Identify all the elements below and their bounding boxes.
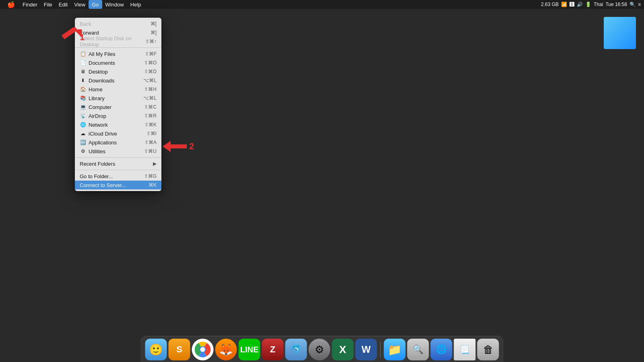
edit-menu[interactable]: Edit — [56, 0, 71, 9]
menu-item-all-my-files[interactable]: 📋 All My Files ⇧⌘F — [75, 49, 161, 58]
menu-item-icloud-drive[interactable]: ☁ iCloud Drive ⇧⌘I — [75, 129, 161, 138]
menu-item-documents-label: Documents — [89, 60, 144, 66]
menu-item-applications[interactable]: 🔤 Applications ⇧⌘A — [75, 138, 161, 147]
dock-item-firefox[interactable]: 🦊 — [215, 339, 237, 360]
menu-item-documents-shortcut: ⇧⌘O — [144, 60, 157, 66]
menu-item-startup-shortcut: ⇧⌘↑ — [145, 39, 157, 44]
menu-item-applications-shortcut: ⇧⌘A — [144, 140, 157, 145]
window-menu[interactable]: Window — [102, 0, 127, 9]
dock-item-sequelpro[interactable]: 🐬 — [285, 339, 307, 360]
menu-item-library[interactable]: 📚 Library ⌥⌘L — [75, 94, 161, 103]
menu-item-desktop-shortcut: ⇧⌘D — [144, 69, 157, 74]
dock-item-excel[interactable]: X — [332, 339, 354, 360]
dock-item-trash[interactable]: 🗑 — [477, 339, 499, 360]
menu-item-forward-shortcut: ⌘] — [151, 30, 157, 35]
battery-icon: 🔋 — [585, 2, 591, 7]
go-menu: Back ⌘[ Forward ⌘] Select Startup Disk o… — [75, 18, 161, 191]
filezilla-icon: Z — [270, 344, 275, 355]
apple-menu[interactable]: 🍎 — [3, 0, 19, 9]
dock-item-docs[interactable]: 📃 — [454, 339, 476, 360]
docs-icon: 📃 — [460, 345, 470, 354]
documents-icon: 📄 — [80, 60, 86, 66]
menu-item-airdrop-shortcut: ⇧⌘R — [144, 113, 157, 119]
svg-marker-2 — [163, 141, 171, 152]
menu-item-startup[interactable]: Select Startup Disk on Desktop ⇧⌘↑ — [75, 37, 161, 46]
dock: 🙂 S 🦊 LINE — [141, 336, 504, 362]
menu-item-desktop[interactable]: 🖥 Desktop ⇧⌘D — [75, 67, 161, 76]
menu-item-connect-to-server-label: Connect to Server... — [80, 182, 149, 188]
menu-item-downloads-shortcut: ⌥⌘L — [143, 78, 157, 83]
menu-item-computer-label: Computer — [89, 104, 144, 110]
dock-item-preview[interactable]: 🔍 — [407, 339, 429, 360]
preview-icon: 🔍 — [413, 344, 423, 355]
menu-item-home-label: Home — [89, 86, 144, 93]
menu-item-home[interactable]: 🏠 Home ⇧⌘H — [75, 85, 161, 94]
dock-divider — [380, 341, 381, 358]
menu-item-utilities[interactable]: ⚙ Utilities ⇧⌘U — [75, 147, 161, 156]
downloads-icon: ⬇ — [80, 77, 86, 84]
slides-icon: S — [176, 344, 182, 355]
menu-item-icloud-drive-shortcut: ⇧⌘I — [147, 131, 157, 136]
help-menu[interactable]: Help — [127, 0, 144, 9]
sequelpro-icon: 🐬 — [291, 344, 301, 355]
dock-item-sysprefs[interactable]: ⚙ — [309, 339, 330, 360]
menubar-right: 2.63 GB 📶 🅱 🔊 🔋 Thai Tue 16:58 🔍 ≡ — [541, 2, 641, 7]
view-menu[interactable]: View — [71, 0, 89, 9]
menu-item-library-shortcut: ⌥⌘L — [143, 95, 157, 101]
menu-item-downloads[interactable]: ⬇ Downloads ⌥⌘L — [75, 76, 161, 85]
desktop-icon-menu: 🖥 — [80, 68, 86, 75]
menu-item-recent-folders-arrow: ▶ — [153, 161, 157, 167]
menu-item-computer-shortcut: ⇧⌘C — [144, 104, 157, 110]
annotation-2: 2 — [163, 141, 194, 152]
menu-item-applications-label: Applications — [89, 140, 144, 146]
menu-item-airdrop[interactable]: 📡 AirDrop ⇧⌘R — [75, 111, 161, 120]
menubar: 🍎 Finder File Edit View Go Window Help 2… — [0, 0, 644, 9]
dock-item-word[interactable]: W — [355, 339, 377, 360]
go-menu-trigger[interactable]: Go — [89, 0, 102, 9]
menu-item-recent-folders-label: Recent Folders — [80, 161, 153, 167]
menu-item-recent-folders[interactable]: Recent Folders ▶ — [75, 159, 161, 168]
library-icon: 📚 — [80, 95, 86, 101]
dock-item-chrome2[interactable]: 🌐 — [431, 339, 452, 360]
network-icon: 🌐 — [80, 121, 86, 128]
menu-item-startup-label: Select Startup Disk on Desktop — [80, 35, 145, 47]
finder-menu[interactable]: Finder — [19, 0, 41, 9]
word-icon: W — [361, 344, 371, 355]
svg-point-6 — [200, 347, 205, 352]
folder1-icon: 📁 — [388, 343, 402, 356]
computer-icon: 💻 — [80, 104, 86, 110]
menu-item-back[interactable]: Back ⌘[ — [75, 19, 161, 28]
dock-item-folder1[interactable]: 📁 — [384, 339, 406, 360]
dock-item-chrome[interactable] — [192, 339, 214, 360]
dock-item-filezilla[interactable]: Z — [262, 339, 284, 360]
menu-item-airdrop-label: AirDrop — [89, 113, 144, 119]
menu-item-downloads-label: Downloads — [89, 78, 143, 84]
dock-item-slides[interactable]: S — [169, 339, 190, 360]
keyboard-lang: Thai — [594, 2, 603, 7]
chrome2-icon: 🌐 — [436, 344, 447, 355]
datetime: Tue 16:58 — [605, 2, 627, 7]
utilities-icon: ⚙ — [80, 148, 86, 154]
separator-1 — [75, 47, 161, 48]
menu-item-documents[interactable]: 📄 Documents ⇧⌘O — [75, 58, 161, 67]
dock-item-line[interactable]: LINE — [239, 339, 260, 360]
menu-item-connect-to-server-shortcut: ⌘K — [149, 182, 157, 188]
menu-item-go-to-folder[interactable]: Go to Folder... ⇧⌘G — [75, 172, 161, 181]
separator-3 — [75, 170, 161, 170]
menu-item-connect-to-server[interactable]: Connect to Server... ⌘K — [75, 181, 161, 189]
bluetooth-icon: 🅱 — [570, 2, 574, 7]
menu-item-network[interactable]: 🌐 Network ⇧⌘K — [75, 120, 161, 129]
icloud-drive-icon: ☁ — [80, 130, 86, 137]
menu-item-computer[interactable]: 💻 Computer ⇧⌘C — [75, 103, 161, 111]
menu-item-network-label: Network — [89, 122, 144, 128]
menu-item-network-shortcut: ⇧⌘K — [144, 122, 157, 128]
menu-item-back-shortcut: ⌘[ — [151, 21, 157, 27]
notification-icon[interactable]: ≡ — [638, 2, 641, 7]
wifi-icon: 📶 — [561, 2, 567, 7]
dock-item-finder[interactable]: 🙂 — [145, 339, 167, 360]
file-menu[interactable]: File — [41, 0, 56, 9]
separator-2 — [75, 157, 161, 158]
airdrop-icon: 📡 — [80, 113, 86, 119]
search-icon[interactable]: 🔍 — [630, 2, 636, 7]
menu-item-desktop-label: Desktop — [89, 69, 144, 75]
